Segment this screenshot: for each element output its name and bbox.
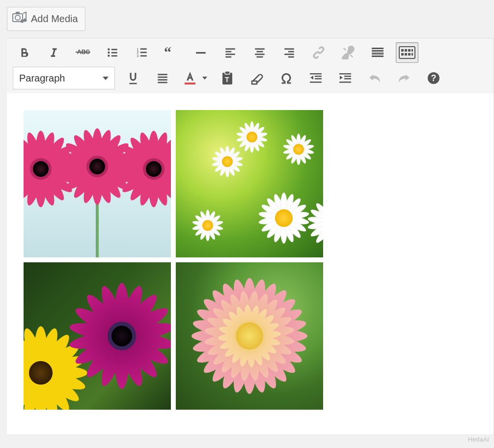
svg-rect-68 [339, 82, 351, 83]
svg-rect-30 [288, 51, 294, 53]
svg-point-8 [108, 52, 110, 54]
remove-link-button[interactable] [337, 42, 359, 63]
svg-text:3: 3 [137, 54, 138, 58]
gallery-image-4[interactable] [176, 262, 323, 410]
svg-rect-49 [408, 53, 411, 56]
svg-rect-62 [315, 78, 322, 80]
camera-music-icon [12, 11, 27, 27]
svg-point-9 [108, 55, 110, 56]
toolbar-row-2: Paragraph T [7, 65, 494, 91]
svg-rect-43 [401, 49, 404, 52]
underline-button[interactable] [122, 68, 144, 88]
svg-rect-67 [344, 78, 351, 80]
svg-marker-69 [340, 76, 343, 80]
text-color-dropdown[interactable] [200, 68, 209, 88]
svg-rect-63 [310, 82, 322, 83]
svg-rect-29 [284, 48, 294, 50]
special-character-button[interactable] [275, 68, 298, 88]
svg-rect-26 [257, 51, 263, 53]
editor-content-area[interactable] [7, 93, 494, 434]
gallery-image-1[interactable] [24, 110, 171, 257]
insert-link-button[interactable] [307, 42, 330, 63]
svg-rect-51 [129, 83, 137, 84]
image-gallery[interactable] [24, 110, 323, 410]
svg-text:T: T [225, 76, 229, 84]
svg-rect-27 [255, 54, 265, 55]
svg-rect-53 [158, 77, 167, 78]
align-justify-button[interactable] [151, 68, 174, 88]
format-select[interactable]: Paragraph [13, 67, 115, 89]
svg-rect-2 [16, 12, 20, 14]
svg-rect-44 [405, 49, 407, 52]
gallery-image-2[interactable] [176, 110, 323, 257]
svg-text:“: “ [164, 46, 171, 59]
text-color-swatch [185, 83, 195, 84]
text-color-button[interactable] [181, 68, 199, 88]
svg-rect-22 [225, 51, 231, 53]
paste-as-text-button[interactable]: T [216, 68, 239, 88]
redo-button[interactable] [393, 68, 415, 88]
svg-rect-54 [158, 79, 167, 81]
svg-rect-17 [140, 52, 147, 53]
indent-button[interactable] [334, 68, 357, 88]
editor-toolbar: ABC 123 “ [7, 38, 494, 93]
undo-button[interactable] [363, 68, 386, 88]
svg-point-7 [108, 48, 110, 50]
svg-rect-31 [284, 54, 294, 55]
svg-rect-46 [412, 49, 413, 52]
svg-rect-48 [405, 53, 407, 56]
outdent-button[interactable] [304, 68, 327, 88]
add-media-button[interactable]: Add Media [7, 7, 85, 31]
svg-line-34 [351, 55, 353, 57]
bold-button[interactable] [13, 42, 35, 63]
svg-line-33 [344, 48, 346, 51]
align-right-button[interactable] [278, 42, 301, 63]
align-left-button[interactable] [219, 42, 242, 63]
svg-rect-52 [158, 74, 167, 75]
help-button[interactable]: ? [422, 68, 445, 88]
svg-rect-28 [257, 56, 263, 58]
svg-rect-12 [111, 55, 117, 56]
svg-rect-42 [399, 47, 415, 58]
svg-rect-41 [372, 56, 384, 57]
watermark: HedaAI [468, 436, 489, 443]
horizontal-rule-button[interactable] [190, 42, 212, 63]
numbered-list-button[interactable]: 123 [131, 42, 153, 63]
svg-rect-50 [412, 53, 413, 56]
add-media-label: Add Media [31, 13, 78, 25]
svg-rect-21 [225, 48, 235, 50]
insert-more-tag-button[interactable] [366, 42, 389, 63]
svg-rect-20 [196, 52, 206, 54]
blockquote-button[interactable]: “ [160, 42, 183, 63]
svg-text:?: ? [431, 73, 437, 83]
bullet-list-button[interactable] [101, 42, 124, 63]
toolbar-toggle-button[interactable] [396, 42, 418, 63]
toolbar-row-1: ABC 123 “ [7, 40, 494, 65]
svg-rect-45 [408, 49, 411, 52]
strikethrough-button[interactable]: ABC [72, 42, 94, 63]
format-select-label: Paragraph [19, 73, 65, 84]
svg-rect-59 [252, 81, 257, 84]
svg-rect-32 [288, 56, 294, 58]
svg-rect-10 [111, 49, 117, 50]
gallery-image-3[interactable] [24, 262, 171, 410]
clear-formatting-button[interactable] [246, 68, 268, 88]
svg-rect-66 [344, 76, 351, 77]
svg-point-4 [21, 20, 24, 23]
chevron-down-icon [103, 77, 109, 80]
svg-rect-61 [315, 76, 322, 77]
svg-rect-36 [372, 50, 384, 52]
svg-rect-60 [310, 73, 322, 75]
italic-button[interactable] [42, 42, 65, 63]
align-center-button[interactable] [248, 42, 271, 63]
svg-rect-25 [255, 48, 265, 50]
svg-marker-64 [310, 76, 313, 80]
svg-rect-65 [339, 73, 351, 75]
svg-rect-16 [140, 48, 147, 50]
svg-rect-55 [158, 82, 167, 84]
svg-point-3 [24, 19, 27, 22]
svg-rect-23 [225, 54, 235, 55]
svg-rect-35 [372, 48, 384, 49]
svg-rect-11 [111, 52, 117, 54]
svg-rect-47 [401, 53, 404, 56]
